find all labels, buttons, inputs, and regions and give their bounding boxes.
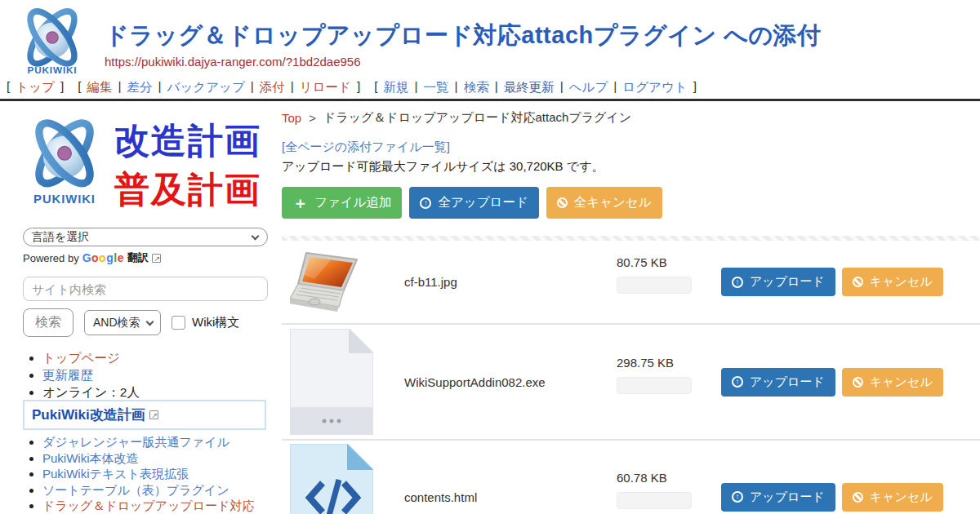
bracket: [ <box>374 79 377 96</box>
pukiwiki-logo[interactable]: PUKIWIKI <box>8 3 96 83</box>
top-navbar: [ トップ ] [ 編集 | 差分 | バックアップ | 添付 | リロード ]… <box>7 79 705 96</box>
ban-icon <box>853 492 863 503</box>
sidebar-item-dnd-attach[interactable]: ドラッグ＆ドロップアップロード対応attachプラグイン <box>42 498 255 514</box>
upload-progress-bar <box>617 277 692 294</box>
bracket: ] <box>357 79 360 96</box>
nav-item-backup[interactable]: バックアップ <box>167 79 245 96</box>
atom-logo-icon: PUKIWIKI <box>8 3 96 80</box>
nav-item-diff[interactable]: 差分 <box>127 79 153 96</box>
cancel-button[interactable]: キャンセル <box>842 268 943 296</box>
nav-item-new[interactable]: 新規 <box>384 79 409 96</box>
upload-circle-icon: ↑ <box>732 376 743 388</box>
upload-progress-bar <box>617 377 692 394</box>
upload-all-label: 全アップロード <box>438 194 528 211</box>
sidebar-item-text-extension[interactable]: PukiWikiテキスト表現拡張 <box>42 467 189 481</box>
add-file-button[interactable]: ＋ ファイル追加 <box>282 187 402 219</box>
list-item: ダジャレンジャー版共通ファイル <box>42 434 268 450</box>
sidebar: PUKIWIKI 改造計画 普及計画 言語を選択 Powered by Goog… <box>23 106 270 227</box>
ban-icon <box>853 277 863 287</box>
language-select[interactable]: 言語を選択 <box>23 228 268 246</box>
external-link-icon <box>149 410 158 419</box>
file-size: 80.75 KB <box>617 255 713 269</box>
project-link[interactable]: PukiWiki改造計画 <box>32 405 145 424</box>
file-size: 298.75 KB <box>617 356 713 370</box>
upload-button[interactable]: ↑ アップロード <box>721 268 835 296</box>
google-letter: G <box>82 251 91 264</box>
bracket: [ <box>7 79 10 96</box>
html-code-file-icon <box>290 444 373 514</box>
chevron-down-icon <box>252 233 260 241</box>
cancel-all-button[interactable]: 全キャンセル <box>546 187 662 219</box>
atom-logo-icon: PUKIWIKI <box>23 109 106 214</box>
upload-circle-icon: ↑ <box>732 277 743 288</box>
banner-line1: 改造計画 <box>114 117 261 165</box>
pukiwiki-brand-text: PUKIWIKI <box>33 193 96 206</box>
list-item: 更新履歴 <box>42 366 140 383</box>
cancel-button[interactable]: キャンセル <box>842 368 943 397</box>
separator: | <box>251 79 254 96</box>
breadcrumb: Top > ドラッグ＆ドロップアップロード対応attachプラグイン <box>282 110 980 126</box>
pukiwiki-brand-text: PUKIWIKI <box>28 64 78 75</box>
sidebar-item-recent-changes[interactable]: 更新履歴 <box>42 368 93 382</box>
upload-button[interactable]: ↑ アップロード <box>721 483 835 512</box>
upload-label: アップロード <box>750 274 825 290</box>
google-letter: e <box>118 251 124 264</box>
sidebar-item-common-files[interactable]: ダジャレンジャー版共通ファイル <box>42 435 229 449</box>
separator: | <box>495 79 498 96</box>
file-name: WikiSupportAddin082.exe <box>404 375 617 389</box>
nav-item-attach[interactable]: 添付 <box>260 79 285 96</box>
upload-progress-bar <box>617 492 692 509</box>
nav-item-help[interactable]: ヘルプ <box>569 79 608 96</box>
nav-group-page: [ 編集 | 差分 | バックアップ | 添付 | リロード ] <box>78 79 360 96</box>
file-thumbnail-cell <box>282 250 404 315</box>
file-size-cell: 298.75 KB <box>617 356 713 394</box>
header-divider <box>0 99 980 101</box>
file-row: cf-b11.jpg 80.75 KB ↑ アップロード キャンセル <box>282 241 980 323</box>
upload-all-button[interactable]: ↑ 全アップロード <box>409 187 538 219</box>
nav-item-list[interactable]: 一覧 <box>424 79 449 96</box>
list-item: オンライン：2人 <box>42 383 140 401</box>
file-actions: ↑ アップロード キャンセル <box>721 268 943 296</box>
nav-item-search[interactable]: 検索 <box>464 79 489 96</box>
nav-item-logout[interactable]: ログアウト <box>622 79 687 96</box>
sidebar-item-core-mods[interactable]: PukiWiki本体改造 <box>42 451 139 465</box>
search-mode-select[interactable]: AND検索 <box>84 310 161 335</box>
search-button[interactable]: 検索 <box>23 308 74 337</box>
upload-button[interactable]: ↑ アップロード <box>721 368 835 397</box>
page-permalink[interactable]: https://pukiwiki.dajya-ranger.com/?1bd2d… <box>105 55 361 69</box>
sidebar-item-sort-table[interactable]: ソートテーブル（表）プラグイン <box>42 483 229 497</box>
file-actions: ↑ アップロード キャンセル <box>721 368 943 397</box>
plus-icon: ＋ <box>292 197 308 208</box>
list-item: PukiWikiテキスト表現拡張 <box>42 466 268 482</box>
cancel-button[interactable]: キャンセル <box>842 483 943 512</box>
nav-item-recent[interactable]: 最終更新 <box>504 79 555 96</box>
separator: | <box>415 79 418 96</box>
file-size-cell: 60.78 KB <box>617 471 713 509</box>
nav-item-edit[interactable]: 編集 <box>87 79 113 96</box>
bracket: ] <box>60 79 64 96</box>
cancel-label: キャンセル <box>870 274 933 290</box>
nav-item-reload[interactable]: リロード <box>300 79 351 96</box>
external-link-icon <box>152 254 161 263</box>
file-thumbnail-cell <box>282 444 404 514</box>
breadcrumb-current: ドラッグ＆ドロップアップロード対応attachプラグイン <box>323 110 631 126</box>
file-row: WikiSupportAddin082.exe 298.75 KB ↑ アップロ… <box>282 323 980 439</box>
upload-circle-icon: ↑ <box>420 197 431 209</box>
all-attachments-link[interactable]: [全ページの添付ファイル一覧] <box>282 140 450 155</box>
laptop-photo-thumbnail <box>290 250 368 315</box>
breadcrumb-home[interactable]: Top <box>282 111 301 125</box>
project-box: PukiWiki改造計画 <box>23 400 266 430</box>
wiki-syntax-checkbox[interactable] <box>172 316 185 330</box>
translate-link[interactable]: 翻訳 <box>127 250 149 265</box>
site-search-input[interactable] <box>23 277 268 301</box>
generic-file-icon <box>290 329 373 435</box>
max-upload-size-text: アップロード可能最大ファイルサイズは 30,720KB です。 <box>282 159 980 175</box>
cancel-all-label: 全キャンセル <box>574 194 652 211</box>
nav-group-top: [ トップ ] <box>7 79 64 96</box>
sidebar-item-top-page[interactable]: トップページ <box>42 351 120 365</box>
pukiwiki-attach-page: PUKIWIKI ドラッグ＆ドロップアップロード対応attachプラグイン への… <box>0 0 980 514</box>
sidebar-banner[interactable]: PUKIWIKI 改造計画 普及計画 <box>23 106 270 227</box>
google-letter: o <box>99 251 106 264</box>
nav-item-top[interactable]: トップ <box>16 79 55 96</box>
cancel-label: キャンセル <box>870 490 933 505</box>
